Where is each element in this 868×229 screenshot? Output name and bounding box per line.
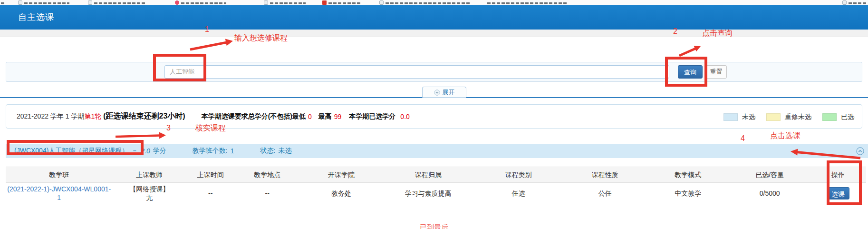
status-legend: 未选 重修未选 已选 bbox=[723, 113, 854, 121]
credit-requirement-label: 本学期选课要求总学分(不包括)最低 bbox=[202, 112, 306, 121]
credit-max-label: 最高 bbox=[318, 112, 332, 121]
annotation-step4-number: 4 bbox=[741, 134, 745, 143]
col-header-class: 教学班 bbox=[6, 167, 112, 182]
selected-credit-value: 0.0 bbox=[400, 113, 409, 120]
red-dot-icon bbox=[175, 0, 179, 5]
class-capacity: 0/5000 bbox=[729, 183, 810, 204]
class-category: 任选 bbox=[474, 183, 563, 204]
page-title: 自主选课 bbox=[18, 5, 54, 30]
col-header-college: 开课学院 bbox=[300, 167, 383, 182]
bookmark-item[interactable] bbox=[487, 0, 568, 5]
col-header-category: 课程类别 bbox=[474, 167, 563, 182]
col-header-time: 上课时间 bbox=[186, 167, 234, 182]
class-table: 教学班 上课教师 上课时间 教学地点 开课学院 课程归属 课程类别 课程性质 教… bbox=[6, 167, 866, 204]
selected-credit-label: 本学期已选学分 bbox=[349, 112, 395, 121]
page-header: 自主选课 bbox=[0, 5, 868, 30]
teacher-tag: 【网络授课】 bbox=[129, 185, 169, 193]
search-panel: 查询 重置 bbox=[6, 62, 862, 82]
selection-countdown: (距选课结束还剩23小时) bbox=[103, 111, 185, 121]
class-nature: 公任 bbox=[563, 183, 647, 204]
class-name-link[interactable]: (2021-2022-1)-JWCX004-WL0001-1 bbox=[6, 185, 112, 202]
legend-label-unselected: 未选 bbox=[742, 113, 755, 121]
course-credits-unit: 学分 bbox=[153, 147, 166, 155]
bookmark-icon bbox=[18, 0, 22, 5]
col-header-action: 操作 bbox=[810, 167, 866, 182]
bookmark-item[interactable] bbox=[1, 0, 6, 5]
bookmark-item[interactable] bbox=[379, 0, 471, 5]
legend-swatch-retake bbox=[766, 113, 781, 121]
col-header-capacity: 已选/容量 bbox=[729, 167, 810, 182]
class-mode: 中文教学 bbox=[646, 183, 729, 204]
class-count-value: 1 bbox=[231, 147, 234, 155]
selection-round: 第1轮 bbox=[84, 112, 101, 121]
semester-term: 2021-2022 学年 1 学期 bbox=[17, 112, 84, 121]
collapse-course-button[interactable] bbox=[856, 147, 864, 155]
col-header-affiliation: 课程归属 bbox=[383, 167, 474, 182]
course-status-label: 状态: bbox=[260, 147, 276, 155]
bookmark-icon bbox=[842, 0, 847, 5]
course-credits-value: 2.0 bbox=[141, 147, 150, 155]
browser-bookmarks-bar bbox=[0, 0, 868, 5]
select-course-button[interactable]: 选课 bbox=[827, 187, 849, 199]
bookmark-item[interactable] bbox=[842, 0, 867, 5]
credit-max-value: 99 bbox=[334, 113, 342, 120]
subheader-strip bbox=[0, 30, 868, 37]
class-affiliation: 学习与素质提高 bbox=[383, 183, 474, 204]
course-header-bar[interactable]: (JWCX004)人工智能（超星网络课程） － 2.0 学分 教学班个数: 1 … bbox=[6, 144, 868, 158]
table-row: (2021-2022-1)-JWCX004-WL0001-1 【网络授课】 无 … bbox=[6, 183, 866, 204]
col-header-nature: 课程性质 bbox=[563, 167, 647, 182]
bookmark-icon bbox=[264, 0, 268, 5]
end-of-list-note: 已到最后 bbox=[420, 223, 448, 229]
credit-min-value: 0 bbox=[308, 113, 312, 120]
legend-swatch-unselected bbox=[723, 113, 738, 121]
bookmark-item[interactable] bbox=[88, 0, 146, 5]
semester-info-line: 2021-2022 学年 1 学期 第1轮 (距选课结束还剩23小时) 本学期选… bbox=[17, 105, 410, 128]
bookmark-item[interactable] bbox=[264, 0, 306, 5]
class-college: 教务处 bbox=[300, 183, 383, 204]
bookmark-item[interactable] bbox=[322, 0, 362, 5]
bookmark-item[interactable] bbox=[175, 0, 226, 5]
legend-label-selected: 已选 bbox=[841, 113, 854, 121]
col-header-mode: 教学模式 bbox=[646, 167, 729, 182]
bookmark-item[interactable] bbox=[18, 0, 69, 5]
legend-label-retake: 重修未选 bbox=[785, 113, 811, 121]
col-header-teacher: 上课教师 bbox=[112, 167, 186, 182]
chevron-down-circle-icon bbox=[434, 90, 440, 96]
teacher-name: 无 bbox=[146, 193, 153, 202]
table-header-row: 教学班 上课教师 上课时间 教学地点 开课学院 课程归属 课程类别 课程性质 教… bbox=[6, 167, 866, 183]
reset-button[interactable]: 重置 bbox=[705, 65, 727, 79]
course-search-input[interactable] bbox=[164, 65, 669, 79]
query-button[interactable]: 查询 bbox=[678, 65, 703, 79]
col-header-location: 教学地点 bbox=[234, 167, 300, 182]
annotation-step4-label: 点击选课 bbox=[770, 131, 800, 141]
expand-label: 展开 bbox=[443, 88, 455, 97]
class-time: -- bbox=[186, 183, 234, 204]
semester-info-panel: 2021-2022 学年 1 学期 第1轮 (距选课结束还剩23小时) 本学期选… bbox=[6, 104, 862, 129]
chevron-up-circle-icon bbox=[856, 147, 864, 155]
course-status-value: 未选 bbox=[278, 147, 291, 155]
class-count-label: 教学班个数: bbox=[193, 147, 228, 155]
legend-swatch-selected bbox=[822, 113, 837, 121]
course-dash: － bbox=[131, 147, 138, 155]
class-location: -- bbox=[234, 183, 300, 204]
course-title: (JWCX004)人工智能（超星网络课程） bbox=[14, 147, 128, 155]
expand-toggle[interactable]: 展开 bbox=[422, 87, 466, 98]
red-square-icon bbox=[322, 0, 327, 5]
bookmark-icon bbox=[379, 0, 384, 5]
bookmark-icon bbox=[88, 0, 92, 5]
